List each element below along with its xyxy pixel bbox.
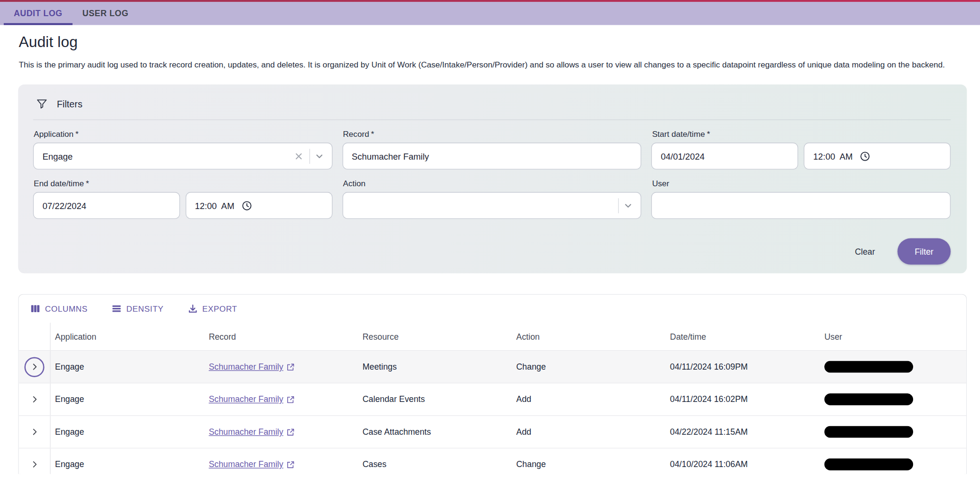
record-link[interactable]: Schumacher Family xyxy=(209,395,295,404)
application-select[interactable]: Engage xyxy=(33,143,332,170)
combo-separator xyxy=(618,198,619,213)
expand-row-button[interactable] xyxy=(24,389,44,409)
cell-user xyxy=(820,458,966,470)
application-label: Application * xyxy=(34,130,332,139)
external-link-icon xyxy=(286,460,295,468)
combo-separator xyxy=(309,149,310,164)
record-input[interactable] xyxy=(352,143,633,169)
cell-application: Engage xyxy=(51,460,205,469)
external-link-icon xyxy=(286,363,295,371)
redacted-user-bar xyxy=(824,361,913,373)
expand-cell xyxy=(19,351,50,383)
cell-action: Add xyxy=(512,427,666,437)
export-icon xyxy=(187,303,198,314)
table-toolbar: COLUMNS DENSITY EXPORT xyxy=(19,295,966,323)
filter-actions: Clear Filter xyxy=(848,239,951,265)
chevron-right-icon xyxy=(30,362,39,372)
application-field: Application * Engage xyxy=(33,130,332,170)
clear-icon[interactable] xyxy=(293,151,303,161)
cell-user xyxy=(820,426,966,438)
columns-button[interactable]: COLUMNS xyxy=(25,300,93,318)
chevron-right-icon xyxy=(30,395,39,404)
audit-log-page: AUDIT LOG USER LOG Audit log This is the… xyxy=(0,0,980,487)
redacted-user-bar xyxy=(824,458,913,470)
chevron-down-icon[interactable] xyxy=(314,151,324,161)
cell-action: Add xyxy=(512,395,666,404)
density-button[interactable]: DENSITY xyxy=(106,300,169,318)
columns-icon xyxy=(30,303,40,314)
table-row: Engage Schumacher Family Calendar Events… xyxy=(19,383,966,416)
start-time-box[interactable]: 12:00 AM xyxy=(804,143,951,170)
table-header-row: Application Record Resource Action Date/… xyxy=(19,323,966,351)
cell-datetime: 04/10/2024 11:06AM xyxy=(666,460,820,469)
cell-record: Schumacher Family xyxy=(204,362,358,372)
cell-action: Change xyxy=(512,362,666,372)
redacted-user-bar xyxy=(824,426,913,438)
expand-cell xyxy=(19,416,50,448)
export-button[interactable]: EXPORT xyxy=(182,300,242,318)
cell-action: Change xyxy=(512,460,666,469)
required-marker: * xyxy=(707,130,710,139)
header-resource[interactable]: Resource xyxy=(358,332,512,341)
action-select[interactable] xyxy=(342,192,641,219)
required-marker: * xyxy=(75,130,79,139)
expand-cell xyxy=(19,449,50,474)
cell-resource: Case Attachments xyxy=(358,427,512,437)
external-link-icon xyxy=(286,428,295,436)
record-field: Record * xyxy=(342,130,641,170)
header-user[interactable]: User xyxy=(820,332,966,341)
filter-funnel-icon xyxy=(36,97,48,110)
record-link[interactable]: Schumacher Family xyxy=(209,362,295,372)
tab-audit-log-label: AUDIT LOG xyxy=(14,9,62,18)
page-title: Audit log xyxy=(19,33,967,51)
start-datetime-label: Start date/time * xyxy=(652,130,951,139)
filters-divider xyxy=(33,119,951,120)
filter-button[interactable]: Filter xyxy=(897,239,951,265)
expand-row-button[interactable] xyxy=(24,454,44,474)
cell-application: Engage xyxy=(51,395,205,404)
active-tab-indicator xyxy=(4,23,73,25)
header-datetime[interactable]: Date/time xyxy=(666,332,820,341)
header-application[interactable]: Application xyxy=(51,332,205,341)
filters-row-2: End date/time * 12:00 AM xyxy=(33,179,951,219)
cell-resource: Calendar Events xyxy=(358,395,512,404)
start-date-input[interactable] xyxy=(661,143,790,169)
clock-icon[interactable] xyxy=(859,151,871,162)
record-label: Record * xyxy=(343,130,641,139)
end-date-input[interactable] xyxy=(43,192,172,218)
user-input[interactable] xyxy=(661,192,942,218)
density-button-label: DENSITY xyxy=(126,304,163,314)
cell-datetime: 04/11/2024 16:09PM xyxy=(666,362,820,372)
start-datetime-field: Start date/time * 12:00 AM xyxy=(651,130,951,170)
tab-user-log[interactable]: USER LOG xyxy=(72,2,138,25)
page-description: This is the primary audit log used to tr… xyxy=(19,58,957,71)
record-link[interactable]: Schumacher Family xyxy=(209,460,295,469)
cell-resource: Cases xyxy=(358,460,512,469)
end-time-box[interactable]: 12:00 AM xyxy=(186,192,332,219)
header-action[interactable]: Action xyxy=(512,332,666,341)
end-meridiem-value: AM xyxy=(221,201,235,210)
cell-record: Schumacher Family xyxy=(204,395,358,404)
start-time-value: 12:00 xyxy=(813,151,835,161)
chevron-down-icon[interactable] xyxy=(623,201,633,210)
tab-bar: AUDIT LOG USER LOG xyxy=(0,2,980,25)
clear-button[interactable]: Clear xyxy=(848,242,881,261)
record-input-box xyxy=(342,143,641,170)
cell-user xyxy=(820,361,966,373)
density-icon xyxy=(112,303,122,314)
user-field: User xyxy=(651,179,951,219)
application-value: Engage xyxy=(43,151,294,161)
export-button-label: EXPORT xyxy=(202,304,237,314)
filters-header: Filters xyxy=(33,95,951,112)
table-row: Engage Schumacher Family Cases Change 04… xyxy=(19,449,966,474)
expand-row-button[interactable] xyxy=(24,422,44,442)
end-time-value: 12:00 xyxy=(195,201,217,210)
header-record[interactable]: Record xyxy=(204,332,358,341)
page-content: Audit log This is the primary audit log … xyxy=(0,33,980,474)
tab-audit-log[interactable]: AUDIT LOG xyxy=(4,2,73,25)
clock-icon[interactable] xyxy=(241,200,253,211)
cell-application: Engage xyxy=(51,427,205,437)
action-label: Action xyxy=(343,179,641,189)
expand-row-button[interactable] xyxy=(24,357,44,377)
record-link[interactable]: Schumacher Family xyxy=(209,427,295,437)
